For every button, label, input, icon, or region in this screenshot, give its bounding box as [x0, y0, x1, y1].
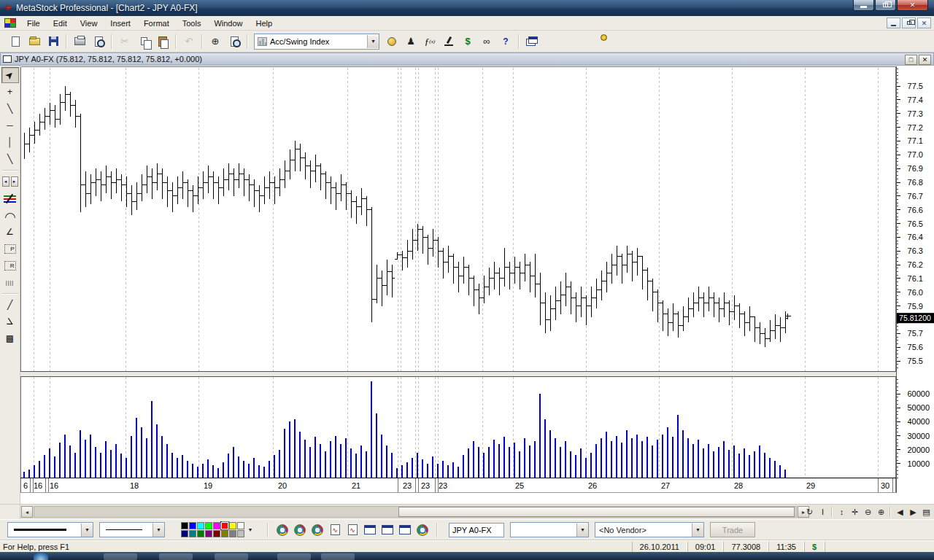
tile-horizontal-button[interactable]: [561, 33, 579, 50]
color-swatch[interactable]: [189, 522, 196, 529]
pane-splitter[interactable]: [20, 372, 896, 376]
value-axis[interactable]: 77.577.477.377.277.177.076.976.876.776.6…: [896, 66, 934, 493]
color-swatch[interactable]: [197, 530, 204, 537]
scroll-chart-left-button[interactable]: ◀: [894, 506, 906, 518]
fibonacci-arc-tool-button[interactable]: [1, 207, 19, 223]
crosshatch-tool-button[interactable]: ▩: [1, 330, 19, 346]
chart-window-icon[interactable]: [3, 55, 12, 63]
color-swatch[interactable]: [237, 522, 244, 529]
explorer-button[interactable]: ∞: [478, 33, 495, 50]
mdi-close-button[interactable]: ✕: [917, 18, 931, 28]
color-swatch[interactable]: [189, 530, 196, 537]
quote-wheel-1-button[interactable]: [274, 521, 291, 539]
taskbar-app-icon[interactable]: [321, 553, 355, 560]
print-preview-button[interactable]: [90, 33, 107, 50]
speed-line-tool-button[interactable]: ╲: [1, 151, 19, 167]
expert-advisor-button[interactable]: ♟: [402, 33, 420, 50]
chart-report-1-button[interactable]: ∿: [326, 521, 344, 539]
cut-button[interactable]: ✂: [116, 33, 134, 50]
taskbar-app-icon[interactable]: [215, 553, 248, 560]
menu-view[interactable]: View: [74, 17, 104, 30]
color-swatch[interactable]: [229, 522, 236, 529]
periodicity-combo[interactable]: ▼: [510, 522, 589, 537]
chevron-down-icon[interactable]: ▼: [367, 35, 379, 48]
page-list-button[interactable]: ▤: [920, 506, 933, 518]
chart-close-button[interactable]: ✕: [919, 55, 931, 65]
scroll-pair-tool-button[interactable]: ◂▸: [1, 174, 19, 190]
price-and-volume-chart[interactable]: 6161618192021232323252627282930: [20, 66, 896, 493]
zoom-in-button[interactable]: ⊕: [875, 506, 887, 518]
color-swatch[interactable]: [181, 530, 188, 537]
retracement-tool-button[interactable]: R: [1, 257, 19, 273]
color-swatch[interactable]: [205, 522, 212, 529]
color-swatch[interactable]: [213, 530, 220, 537]
color-swatch[interactable]: [213, 522, 220, 529]
crosshair-pointer-button[interactable]: ⊕: [207, 33, 224, 50]
color-swatch[interactable]: [229, 530, 236, 537]
price-axis[interactable]: 77.577.477.377.277.177.076.976.876.776.6…: [896, 66, 934, 494]
copy-button[interactable]: [135, 33, 153, 50]
quote-wheel-2-button[interactable]: [291, 521, 309, 539]
scroll-left-arrow[interactable]: ◂: [21, 506, 33, 518]
trade-button[interactable]: Trade: [710, 522, 755, 537]
trendline-up-tool-button[interactable]: ╱: [1, 297, 19, 313]
line-style-combo[interactable]: ▼: [99, 522, 165, 537]
refresh-button[interactable]: ↻: [803, 506, 816, 518]
scrollbar-thumb[interactable]: [398, 507, 795, 517]
crosshair-tool-button[interactable]: +: [1, 84, 19, 100]
print-button[interactable]: [71, 33, 88, 50]
symbol-input[interactable]: JPY A0-FX: [449, 523, 504, 537]
mdi-restore-button[interactable]: [902, 18, 916, 28]
paste-button[interactable]: [154, 33, 171, 50]
layout-panel-2-button[interactable]: [379, 521, 396, 539]
scroll-left-icon[interactable]: ◂: [2, 176, 9, 187]
fit-vertical-button[interactable]: ↕: [835, 506, 848, 518]
menu-help[interactable]: Help: [250, 17, 279, 30]
menu-window[interactable]: Window: [207, 17, 249, 30]
fibonacci-fan-tool-button[interactable]: ∠: [1, 224, 19, 240]
taskbar-app-icon[interactable]: [159, 553, 193, 560]
quote-wheel-4-button[interactable]: [414, 521, 431, 539]
chart-window-titlebar[interactable]: JPY A0-FX (75.812, 75.812, 75.812, 75.81…: [0, 52, 934, 66]
system-tester-button[interactable]: [440, 33, 458, 50]
mdi-minimize-button[interactable]: [887, 18, 900, 28]
windows-taskbar[interactable]: [0, 552, 934, 560]
zoom-out-button[interactable]: ⊖: [862, 506, 874, 518]
new-window-button[interactable]: [523, 33, 541, 50]
options-dollar-button[interactable]: $: [459, 33, 476, 50]
open-button[interactable]: [26, 33, 43, 50]
color-swatch[interactable]: [205, 530, 212, 537]
color-swatch[interactable]: [237, 530, 244, 537]
indicator-quicklist[interactable]: Acc/Swing Index ▼: [254, 34, 379, 50]
time-zones-tool-button[interactable]: ||||: [1, 274, 19, 290]
menu-insert[interactable]: Insert: [104, 17, 137, 30]
scroll-right-icon[interactable]: ▸: [11, 176, 18, 187]
new-chart-button[interactable]: [7, 33, 24, 50]
menu-format[interactable]: Format: [137, 17, 176, 30]
gann-fan-tool-button[interactable]: ∠: [1, 314, 19, 330]
color-swatch[interactable]: [181, 522, 188, 529]
tile-vertical-button[interactable]: [542, 33, 560, 50]
minimize-button[interactable]: [853, 0, 874, 11]
palette-chevron-down-icon[interactable]: ▼: [246, 523, 255, 537]
indicator-builder-button[interactable]: ƒ(x): [421, 33, 439, 50]
horizontal-line-tool-button[interactable]: ─: [1, 117, 19, 133]
projection-tool-button[interactable]: P: [1, 241, 19, 257]
trendline-tool-button[interactable]: ╲: [1, 101, 19, 117]
chart-plot-area[interactable]: 6161618192021232323252627282930: [20, 66, 896, 494]
color-swatch[interactable]: [221, 530, 228, 537]
vendor-combo[interactable]: <No Vendor> ▼: [595, 522, 704, 537]
chart-maximize-button[interactable]: □: [905, 55, 917, 65]
chevron-down-icon[interactable]: ▼: [153, 524, 164, 537]
color-swatch[interactable]: [197, 522, 204, 529]
undo-button[interactable]: ↶: [180, 33, 198, 50]
text-cursor-button[interactable]: I: [817, 506, 829, 518]
pan-button[interactable]: ✛: [849, 506, 861, 518]
context-help-button[interactable]: ?: [497, 33, 514, 50]
vertical-line-tool-button[interactable]: │: [1, 134, 19, 150]
scroll-chart-right-button[interactable]: ▶: [907, 506, 919, 518]
menu-file[interactable]: File: [20, 17, 47, 30]
pointer-tool-button[interactable]: ➤: [1, 67, 19, 83]
chart-system-menu-icon[interactable]: [4, 18, 16, 28]
layout-panel-1-button[interactable]: [361, 521, 379, 539]
